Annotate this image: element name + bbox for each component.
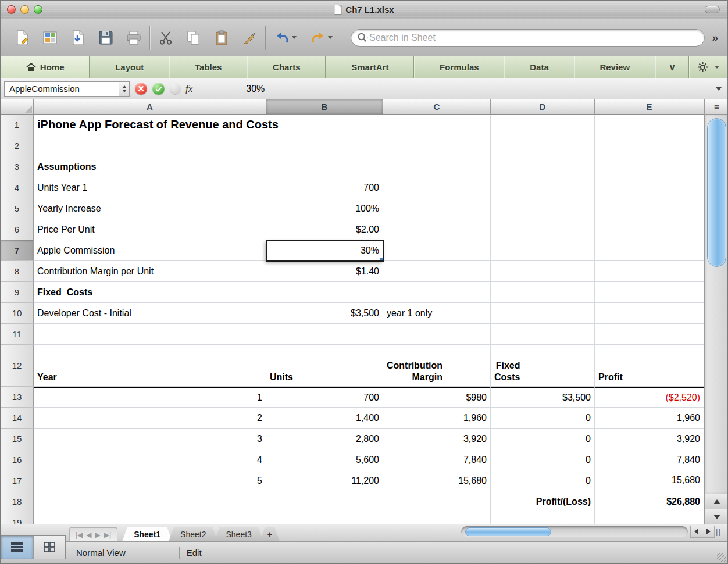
cell-A12[interactable]: Year <box>34 345 266 387</box>
row-header-9[interactable]: 9 <box>1 282 34 303</box>
tab-tables[interactable]: Tables <box>169 56 247 78</box>
cell-B18[interactable] <box>266 491 383 512</box>
row-header-1[interactable]: 1 <box>1 115 34 135</box>
first-sheet-button[interactable]: |◀ <box>76 531 83 539</box>
cell-C9[interactable] <box>383 282 491 303</box>
horizontal-scrollbar[interactable] <box>461 526 688 537</box>
cell-B6[interactable]: $2.00 <box>266 219 383 240</box>
toolbar-overflow-button[interactable]: » <box>711 31 722 44</box>
prev-sheet-button[interactable]: ◀ <box>86 531 91 539</box>
cell-E18[interactable]: $26,880 <box>595 491 704 512</box>
resize-grip[interactable] <box>717 553 726 562</box>
cell-C14[interactable]: 1,960 <box>383 408 491 429</box>
cell-B2[interactable] <box>266 135 383 156</box>
cell-B14[interactable]: 1,400 <box>266 408 383 429</box>
tab-review[interactable]: Review <box>574 56 655 78</box>
cell-B3[interactable] <box>266 156 383 177</box>
cell-B7[interactable]: 30% <box>266 240 383 261</box>
cell-E9[interactable] <box>595 282 704 303</box>
horizontal-scroll-thumb[interactable] <box>465 527 551 536</box>
cell-C13[interactable]: $980 <box>383 387 491 408</box>
tab-formulas[interactable]: Formulas <box>414 56 504 78</box>
cell-D3[interactable] <box>491 156 595 177</box>
cell-A9[interactable]: Fixed Costs <box>34 282 266 303</box>
tab-layout[interactable]: Layout <box>90 56 169 78</box>
column-header-E[interactable]: E <box>595 99 704 115</box>
cell-C11[interactable] <box>383 324 491 345</box>
cell-C15[interactable]: 3,920 <box>383 429 491 449</box>
cell-B5[interactable]: 100% <box>266 198 383 219</box>
zoom-button[interactable] <box>34 5 42 14</box>
save-button[interactable] <box>95 26 116 50</box>
sheet-tab-sheet3[interactable]: Sheet3 <box>214 527 263 541</box>
ribbon-collapse-button[interactable]: ∨ <box>655 56 689 78</box>
cell-B1[interactable] <box>266 115 383 135</box>
cell-C19[interactable] <box>383 512 491 524</box>
search-input[interactable] <box>369 33 697 43</box>
cell-A7[interactable]: Apple Commission <box>34 240 266 261</box>
fill-handle[interactable] <box>380 258 383 261</box>
cell-A14[interactable]: 2 <box>34 408 266 429</box>
enter-button[interactable] <box>152 83 165 95</box>
cell-E19[interactable] <box>595 512 704 524</box>
sheet-tab-sheet1[interactable]: Sheet1 <box>122 527 172 541</box>
name-box-stepper[interactable] <box>119 81 130 97</box>
cell-A10[interactable]: Developer Cost - Initial <box>34 303 266 324</box>
undo-button[interactable] <box>271 26 300 50</box>
scroll-up-button[interactable] <box>705 494 727 509</box>
column-header-D[interactable]: D <box>491 99 595 115</box>
cell-B12[interactable]: Units <box>266 345 383 387</box>
cell-E10[interactable] <box>595 303 704 324</box>
cell-A11[interactable] <box>34 324 266 345</box>
cell-B13[interactable]: 700 <box>266 387 383 408</box>
row-header-17[interactable]: 17 <box>1 470 34 491</box>
column-header-A[interactable]: A <box>34 99 266 115</box>
format-painter-button[interactable] <box>239 26 260 50</box>
cell-D5[interactable] <box>491 198 595 219</box>
vertical-scrollbar[interactable]: ≡ <box>704 99 727 524</box>
cell-E7[interactable] <box>595 240 704 261</box>
cell-B17[interactable]: 11,200 <box>266 470 383 491</box>
cell-E17[interactable]: 15,680 <box>595 470 704 491</box>
cell-E4[interactable] <box>595 177 704 198</box>
cell-C7[interactable] <box>383 240 491 261</box>
cell-B15[interactable]: 2,800 <box>266 429 383 449</box>
cell-E14[interactable]: 1,960 <box>595 408 704 429</box>
cell-E6[interactable] <box>595 219 704 240</box>
cut-button[interactable] <box>155 26 176 50</box>
pane-split-grip[interactable]: || <box>716 527 725 536</box>
cell-D2[interactable] <box>491 135 595 156</box>
cell-C6[interactable] <box>383 219 491 240</box>
name-box[interactable]: AppleCommission <box>4 81 119 97</box>
cell-A1[interactable]: iPhone App Forecast of Revenue and Costs <box>34 115 266 135</box>
cell-D4[interactable] <box>491 177 595 198</box>
row-header-7[interactable]: 7 <box>1 240 34 261</box>
cell-B11[interactable] <box>266 324 383 345</box>
cell-C3[interactable] <box>383 156 491 177</box>
row-header-19[interactable]: 19 <box>1 512 34 524</box>
scroll-right-button[interactable] <box>702 526 715 538</box>
row-header-11[interactable]: 11 <box>1 324 34 345</box>
formula-builder-button[interactable] <box>170 83 181 94</box>
vertical-scroll-track[interactable] <box>705 115 727 494</box>
cell-B10[interactable]: $3,500 <box>266 303 383 324</box>
cell-D10[interactable] <box>491 303 595 324</box>
row-header-6[interactable]: 6 <box>1 219 34 240</box>
cell-D19[interactable] <box>491 512 595 524</box>
vertical-scroll-thumb[interactable] <box>707 118 726 267</box>
cell-E8[interactable] <box>595 261 704 282</box>
row-header-14[interactable]: 14 <box>1 408 34 429</box>
row-header-3[interactable]: 3 <box>1 156 34 177</box>
cell-D17[interactable]: 0 <box>491 470 595 491</box>
copy-button[interactable] <box>183 26 204 50</box>
cell-C1[interactable] <box>383 115 491 135</box>
paste-button[interactable] <box>211 26 232 50</box>
cell-B19[interactable] <box>266 512 383 524</box>
cell-C4[interactable] <box>383 177 491 198</box>
cell-A2[interactable] <box>34 135 266 156</box>
insert-function-button[interactable]: fx <box>185 83 192 95</box>
cell-B4[interactable]: 700 <box>266 177 383 198</box>
cell-E12[interactable]: Profit <box>595 345 704 387</box>
select-all-corner[interactable] <box>1 99 34 115</box>
cell-C12[interactable]: Contribution Margin <box>383 345 491 387</box>
